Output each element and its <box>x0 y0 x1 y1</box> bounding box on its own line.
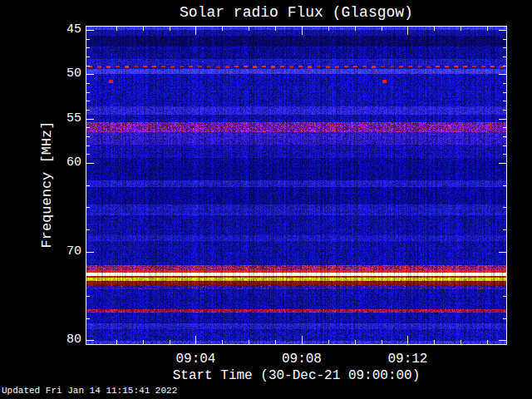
x-tick-label: 09:08 <box>282 352 322 367</box>
y-tick-label: 50 <box>50 67 81 81</box>
y-tick-label: 45 <box>50 23 81 37</box>
plot-title: Solar radio Flux (Glasgow) <box>86 4 507 21</box>
y-tick-label: 80 <box>50 333 81 347</box>
plot-frame <box>86 26 507 345</box>
x-tick-label: 09:04 <box>175 352 215 367</box>
y-tick-label: 70 <box>50 245 81 259</box>
spectrogram-screen: Solar radio Flux (Glasgow) Frequency [MH… <box>0 0 532 399</box>
y-tick-label: 60 <box>50 156 81 170</box>
y-tick-label: 55 <box>50 112 81 126</box>
x-tick-label: 09:12 <box>387 352 427 367</box>
updated-timestamp: Updated Fri Jan 14 11:15:41 2022 <box>2 386 177 396</box>
spectrogram-canvas <box>86 27 506 344</box>
y-axis-title: Frequency [MHz] <box>39 121 55 248</box>
x-axis-title: Start Time (30-Dec-21 09:00:00) <box>86 368 507 383</box>
